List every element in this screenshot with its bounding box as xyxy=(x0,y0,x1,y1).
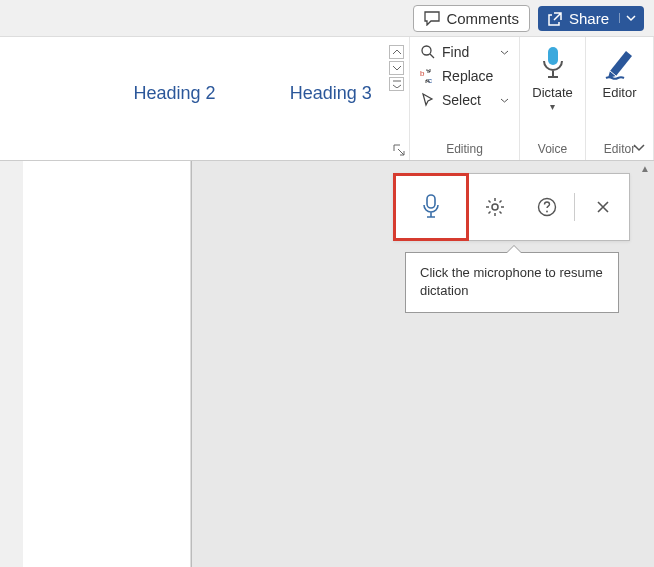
close-icon xyxy=(596,200,610,214)
editor-button[interactable]: Editor xyxy=(603,43,637,100)
dictation-help-button[interactable] xyxy=(522,174,572,240)
svg-point-5 xyxy=(492,204,498,210)
group-label-editor: Editor xyxy=(604,139,635,158)
find-dropdown[interactable] xyxy=(500,48,509,57)
dictation-settings-button[interactable] xyxy=(468,174,522,240)
share-icon xyxy=(548,11,563,26)
group-editing: Find bc Replace Select Editing xyxy=(410,37,520,160)
style-heading-2[interactable]: Heading 2 xyxy=(96,55,252,132)
svg-point-7 xyxy=(546,211,548,213)
dictate-dropdown[interactable]: ▾ xyxy=(550,104,555,110)
help-icon xyxy=(537,197,557,217)
comments-button[interactable]: Comments xyxy=(413,5,530,32)
svg-rect-4 xyxy=(427,195,435,208)
dictation-tooltip: Click the microphone to resume dictation xyxy=(405,252,619,313)
dictate-label: Dictate xyxy=(532,85,572,100)
find-label: Find xyxy=(442,44,469,60)
dictation-close-button[interactable] xyxy=(577,174,629,240)
svg-point-0 xyxy=(422,46,431,55)
document-page[interactable] xyxy=(23,161,191,567)
search-icon xyxy=(420,44,436,60)
styles-scroll-up[interactable] xyxy=(389,45,404,59)
scrollbar-up-icon[interactable]: ▲ xyxy=(640,163,650,174)
svg-text:b: b xyxy=(420,69,425,78)
ribbon: g 1 Heading 2 Heading 3 Find bc xyxy=(0,36,654,161)
microphone-icon xyxy=(539,45,567,81)
style-heading-1[interactable]: g 1 xyxy=(0,55,96,132)
replace-label: Replace xyxy=(442,68,493,84)
microphone-outline-icon xyxy=(420,193,442,221)
svg-rect-3 xyxy=(548,47,558,65)
style-heading-3[interactable]: Heading 3 xyxy=(253,55,409,132)
select-dropdown[interactable] xyxy=(500,96,509,105)
tooltip-arrow xyxy=(506,245,522,253)
select-label: Select xyxy=(442,92,481,108)
cursor-icon xyxy=(420,92,436,108)
styles-spinner xyxy=(389,45,405,91)
styles-dialog-launcher[interactable] xyxy=(393,144,405,156)
title-bar-right: Comments Share xyxy=(0,0,654,36)
styles-scroll-down[interactable] xyxy=(389,61,404,75)
styles-gallery[interactable]: g 1 Heading 2 Heading 3 xyxy=(0,37,410,160)
toolbar-separator xyxy=(574,193,575,221)
group-voice: Dictate ▾ Voice xyxy=(520,37,586,160)
group-label-editing: Editing xyxy=(418,139,511,158)
dictate-button[interactable]: Dictate ▾ xyxy=(532,43,572,110)
replace-button[interactable]: bc Replace xyxy=(418,67,511,85)
comment-icon xyxy=(424,11,440,26)
ribbon-collapse-button[interactable] xyxy=(632,140,646,154)
comments-label: Comments xyxy=(446,10,519,27)
gear-icon xyxy=(485,197,505,217)
dictation-mic-button[interactable] xyxy=(393,173,469,241)
share-dropdown[interactable] xyxy=(619,13,636,23)
editor-pen-icon xyxy=(604,45,636,81)
editor-label: Editor xyxy=(603,85,637,100)
replace-icon: bc xyxy=(420,68,436,84)
select-button[interactable]: Select xyxy=(418,91,511,109)
share-button[interactable]: Share xyxy=(538,6,644,31)
group-label-voice: Voice xyxy=(538,139,567,158)
share-label: Share xyxy=(569,10,609,27)
dictation-toolbar xyxy=(393,173,630,241)
tooltip-text: Click the microphone to resume dictation xyxy=(420,265,603,298)
find-button[interactable]: Find xyxy=(418,43,511,61)
styles-expand[interactable] xyxy=(389,77,404,91)
